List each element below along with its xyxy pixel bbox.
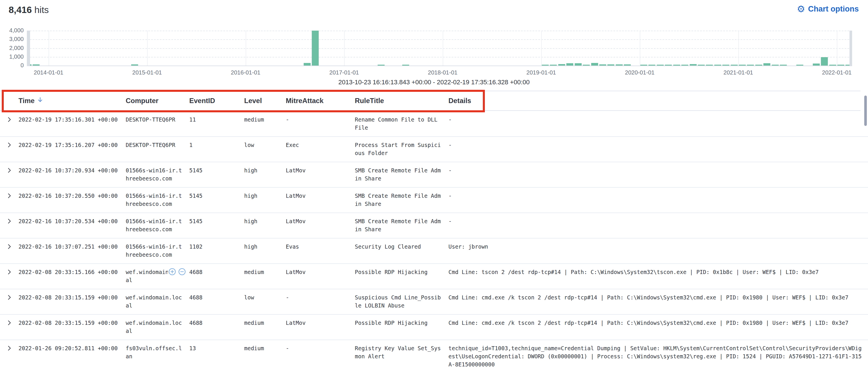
expand-row-button[interactable]	[6, 243, 13, 250]
histogram-bar[interactable]	[821, 57, 828, 66]
gridline-y	[27, 48, 852, 49]
histogram-bar[interactable]	[673, 65, 680, 66]
column-header-computer[interactable]: Computer	[126, 97, 189, 105]
sort-desc-icon	[37, 97, 43, 105]
table-row[interactable]: 2022-02-08 20:33:15.159 +00:00wef.windom…	[0, 315, 868, 340]
column-header-level[interactable]: Level	[244, 97, 286, 105]
cell-level: medium	[244, 344, 286, 352]
expand-row-button[interactable]	[6, 141, 13, 148]
histogram-bar[interactable]	[402, 65, 409, 66]
histogram-bar[interactable]	[755, 65, 762, 66]
histogram-bar[interactable]	[33, 64, 39, 66]
histogram-bar[interactable]	[550, 65, 557, 66]
column-header-details[interactable]: Details	[448, 97, 853, 105]
histogram-bar[interactable]	[542, 65, 549, 66]
histogram-bar[interactable]	[747, 65, 754, 66]
table-row[interactable]: 2022-02-19 17:35:16.301 +00:00DESKTOP-TT…	[0, 111, 868, 137]
expand-row-button[interactable]	[6, 294, 13, 301]
filter-out-value-icon[interactable]	[178, 268, 186, 277]
histogram-bar[interactable]	[780, 65, 787, 66]
cell-ruletitle-text: Possible RDP Hijacking	[355, 319, 441, 327]
histogram-bar[interactable]	[624, 64, 631, 66]
gridline-x	[443, 31, 443, 66]
histogram-bar[interactable]	[648, 65, 655, 66]
histogram-bar[interactable]	[616, 64, 623, 66]
chevron-right-icon	[6, 246, 13, 251]
cell-computer: 01566s-win16-ir.threebeesco.com	[126, 166, 189, 182]
cell-eventid: 5145	[189, 192, 244, 200]
histogram-bar[interactable]	[304, 63, 311, 66]
cell-time: 2022-02-19 17:35:16.207 +00:00	[19, 141, 126, 149]
y-axis-label: 4,000	[0, 27, 24, 34]
table-row[interactable]: 2022-02-16 10:37:20.534 +00:0001566s-win…	[0, 213, 868, 238]
histogram-bar[interactable]	[714, 65, 721, 66]
histogram-bar[interactable]	[764, 63, 770, 66]
histogram-bar[interactable]	[731, 65, 738, 66]
histogram-bar[interactable]	[813, 64, 820, 66]
histogram-bar[interactable]	[583, 65, 590, 66]
histogram-bar[interactable]	[640, 65, 647, 66]
column-header-eventid[interactable]: EventID	[189, 97, 244, 105]
histogram-bar[interactable]	[558, 64, 565, 66]
chevron-right-icon	[6, 145, 13, 149]
expand-row-button[interactable]	[6, 192, 13, 199]
histogram-bar[interactable]	[681, 65, 688, 66]
histogram-bar[interactable]	[796, 65, 803, 66]
histogram-bar[interactable]	[657, 65, 664, 66]
gridline-x	[640, 31, 640, 66]
histogram-bar[interactable]	[739, 65, 746, 66]
histogram-bar[interactable]	[698, 65, 705, 66]
x-axis-label: 2020-01-01	[625, 69, 654, 76]
histogram-bar[interactable]	[722, 65, 729, 66]
histogram-bar[interactable]	[690, 64, 696, 66]
histogram-bar[interactable]	[566, 63, 573, 66]
filter-for-value-icon[interactable]	[168, 268, 176, 277]
histogram-bar[interactable]	[599, 64, 606, 66]
x-axis-label: 2017-01-01	[330, 69, 359, 76]
table-row[interactable]: 2022-02-08 20:33:15.166 +00:00wef.windom…	[0, 264, 868, 289]
expand-row-button[interactable]	[6, 319, 13, 326]
column-header-mitreattack[interactable]: MitreAttack	[286, 97, 355, 105]
cell-eventid: 1	[189, 141, 244, 149]
histogram-bar[interactable]	[837, 65, 844, 66]
histogram-bar[interactable]	[706, 65, 713, 66]
cell-level: medium	[244, 319, 286, 327]
histogram-bar[interactable]	[829, 65, 836, 66]
cell-ruletitle: Process Start From Suspicious Folder	[355, 141, 448, 157]
table-header-row: TimeComputerEventIDLevelMitreAttackRuleT…	[0, 91, 861, 111]
expand-row-button[interactable]	[6, 167, 13, 174]
x-axis-line	[27, 66, 852, 66]
table-row[interactable]: 2022-02-19 17:35:16.207 +00:00DESKTOP-TT…	[0, 137, 868, 162]
expand-row-button[interactable]	[6, 218, 13, 225]
histogram-bar[interactable]	[608, 64, 614, 66]
column-header-time[interactable]: Time	[19, 97, 126, 105]
cell-level: low	[244, 141, 286, 149]
histogram-chart[interactable]: 01,0002,0003,0004,0002014-01-012015-01-0…	[0, 0, 868, 90]
x-axis-label: 2016-01-01	[231, 69, 260, 76]
histogram-bar[interactable]	[378, 65, 384, 66]
table-row[interactable]: 2022-02-16 10:37:20.934 +00:0001566s-win…	[0, 162, 868, 188]
histogram-bar[interactable]	[665, 65, 672, 66]
expand-row-button[interactable]	[6, 269, 13, 275]
cell-level: medium	[244, 268, 286, 276]
table-row[interactable]: 2022-02-08 20:33:15.159 +00:00wef.windom…	[0, 289, 868, 315]
cell-level: medium	[244, 115, 286, 124]
cell-time: 2022-01-26 09:20:52.811 +00:00	[19, 344, 126, 352]
column-header-ruletitle[interactable]: RuleTitle	[355, 97, 448, 105]
table-row[interactable]: 2022-02-16 10:37:20.550 +00:0001566s-win…	[0, 188, 868, 213]
cell-ruletitle: Possible RDP Hijacking	[355, 319, 448, 327]
histogram-bar[interactable]	[575, 63, 582, 66]
histogram-bar[interactable]	[131, 64, 138, 66]
cell-ruletitle: Registry Key Value Set_Sysmon Alert	[355, 344, 448, 360]
cell-details: -	[448, 192, 863, 200]
expand-row-button[interactable]	[6, 345, 13, 352]
table-row[interactable]: 2022-02-16 10:37:07.251 +00:0001566s-win…	[0, 238, 868, 264]
expand-row-button[interactable]	[6, 116, 13, 123]
histogram-bar[interactable]	[591, 63, 598, 66]
table-row[interactable]: 2022-01-26 09:20:52.811 +00:00fs03vuln.o…	[0, 340, 868, 369]
vertical-scrollbar-thumb[interactable]	[864, 96, 867, 126]
histogram-bar[interactable]	[772, 65, 779, 66]
cell-eventid: 5145	[189, 166, 244, 174]
cell-level: high	[244, 192, 286, 200]
histogram-bar[interactable]	[312, 31, 319, 66]
